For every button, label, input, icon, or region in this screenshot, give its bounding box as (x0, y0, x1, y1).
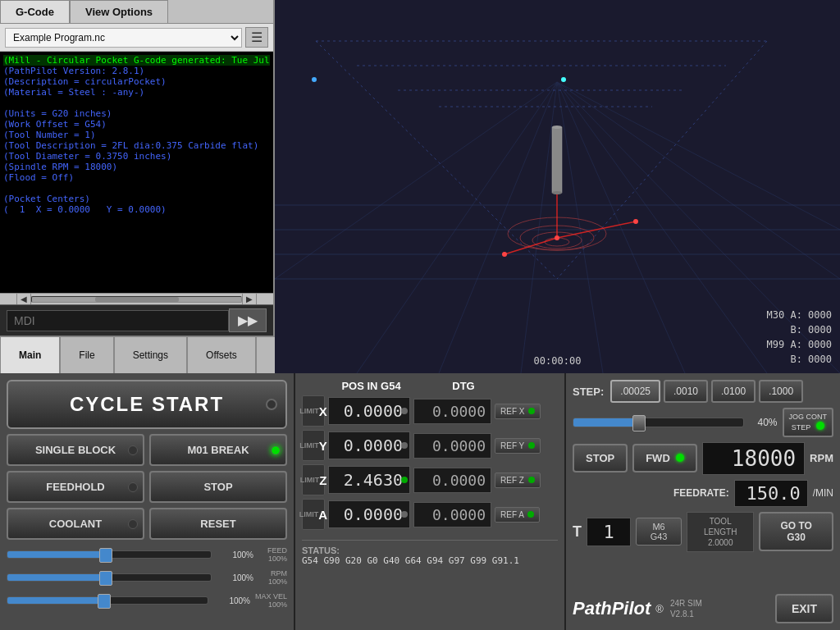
maxvel-slider-thumb[interactable] (98, 594, 111, 609)
jog-cont-led (816, 422, 824, 430)
t-label: T (573, 523, 582, 541)
tab-view-options[interactable]: View Options (70, 0, 168, 23)
spindle-rpm-display: 18000 (702, 442, 805, 475)
tab-bar: G-Code View Options (0, 0, 273, 24)
rpm-slider-track[interactable] (7, 573, 212, 582)
maxvel-slider-row: 100% MAX VEL100% (7, 592, 287, 609)
z-pos-dot (401, 477, 408, 483)
rpm-slider-thumb[interactable] (99, 571, 112, 586)
scroll-left-button[interactable]: ◀ (16, 293, 31, 305)
tab-offsets[interactable]: Offsets (187, 336, 256, 373)
feed-label: FEED100% (258, 546, 287, 563)
step-0100-button[interactable]: .0100 (711, 380, 756, 403)
step-label: STEP: (573, 386, 604, 398)
tab-file[interactable]: File (60, 336, 113, 373)
fwd-led (676, 454, 684, 462)
mdi-area: ▶▶ (0, 304, 273, 336)
mdi-input[interactable] (7, 310, 229, 331)
position-header: POS IN G54 DTG (302, 380, 558, 392)
gcode-line: (Tool Diameter = 0.3750 inches) (3, 151, 270, 162)
gcode-line: (Pocket Centers) (3, 194, 270, 204)
single-block-button[interactable]: SINGLE BLOCK (7, 434, 144, 466)
branding-row: PathPilot ® 24R SIM V2.8.1 EXIT (573, 594, 833, 623)
m99-b-display: B: 0000 (767, 352, 832, 367)
dtg-label: DTG (414, 380, 513, 392)
svg-point-35 (561, 77, 566, 82)
svg-point-34 (633, 219, 638, 224)
reset-label: RESET (200, 518, 235, 530)
rpm-label: RPM100% (258, 569, 287, 586)
3d-view: M30 A: 0000 B: 0000 M99 A: 0000 B: 0000 … (275, 0, 840, 373)
z-axis-label-box: LIMIT Z (302, 464, 325, 495)
tab-main[interactable]: Main (0, 336, 60, 373)
feed-slider-thumb[interactable] (99, 548, 112, 563)
a-pos-dot (401, 511, 408, 518)
tab-gcode[interactable]: G-Code (0, 0, 70, 23)
step-1000-button[interactable]: .1000 (759, 380, 803, 403)
pos-in-g54-label: POS IN G54 (328, 380, 414, 392)
m6-g43-button[interactable]: M6 G43 (636, 518, 682, 546)
status-section: STATUS: G54 G90 G20 G0 G40 G64 G94 G97 G… (302, 540, 558, 566)
jog-cont-step-button[interactable]: JOG CONTSTEP (783, 408, 834, 437)
x-position-display: 0.0000 (328, 397, 410, 425)
pathpilot-name: PathPilot (573, 598, 651, 619)
cycle-start-button[interactable]: CYCLE START (7, 380, 287, 429)
exit-button[interactable]: EXIT (775, 594, 833, 623)
z-ref-button[interactable]: REF Z (495, 472, 541, 488)
stop-button[interactable]: STOP (149, 471, 287, 503)
y-axis-row: LIMIT Y 0.0000 0.0000 REF Y (302, 430, 558, 461)
reset-button[interactable]: RESET (149, 508, 287, 540)
sim-version-info: 24R SIM V2.8.1 (670, 598, 702, 619)
spindle-fwd-button[interactable]: FWD (632, 444, 697, 472)
file-menu-button[interactable]: ☰ (245, 27, 268, 48)
x-ref-button[interactable]: REF X (495, 404, 541, 419)
horizontal-scrollbar[interactable]: ◀ ▶ (0, 293, 273, 304)
m30-a-display: M30 A: 0000 (767, 308, 832, 322)
scroll-track[interactable] (31, 296, 242, 303)
single-block-m01-row: SINGLE BLOCK M01 BREAK (7, 434, 287, 466)
controls-left-panel: CYCLE START SINGLE BLOCK M01 BREAK FEEDH… (0, 373, 295, 630)
single-block-led (128, 445, 138, 455)
gcode-line: ( 1 X = 0.0000 Y = 0.0000) (3, 204, 270, 215)
feedhold-button[interactable]: FEEDHOLD (7, 471, 144, 503)
svg-point-31 (312, 77, 317, 82)
file-select[interactable]: Example Program.nc (5, 28, 242, 48)
a-ref-button[interactable]: REF A (495, 507, 540, 523)
gcode-line: (PathPilot Version: 2.8.1) (3, 66, 270, 76)
gcode-display[interactable]: (Mill - Circular Pocket G-code generated… (0, 52, 273, 293)
scroll-right-button[interactable]: ▶ (242, 293, 257, 305)
feed-pct-label: 100% (217, 550, 253, 559)
go-to-g30-button[interactable]: GO TO G30 (759, 512, 833, 551)
feedrate-row: FEEDRATE: 150.0 /MIN (573, 480, 833, 507)
spindle-row: STOP FWD 18000 RPM (573, 442, 833, 475)
jog-slider-thumb[interactable] (632, 415, 646, 431)
m01-break-button[interactable]: M01 BREAK (149, 434, 287, 466)
rpm-slider-row: 100% RPM100% (7, 569, 287, 586)
feedhold-led (128, 482, 138, 492)
feed-slider-track[interactable] (7, 550, 212, 559)
coolant-button[interactable]: COOLANT (7, 508, 144, 540)
step-row: STEP: .00025 .0010 .0100 .1000 (573, 380, 833, 403)
pathpilot-logo: PathPilot ® (573, 598, 664, 619)
z-dtg-display: 0.0000 (413, 468, 491, 493)
z-position-display: 2.4630 (328, 466, 410, 494)
svg-point-25 (552, 126, 562, 129)
maxvel-slider-track[interactable] (7, 596, 208, 605)
y-ref-button[interactable]: REF Y (495, 438, 541, 454)
spindle-stop-button[interactable]: STOP (573, 444, 628, 472)
y-position-display: 0.0000 (328, 431, 410, 459)
position-panel: POS IN G54 DTG LIMIT X 0.0000 0.0000 REF… (295, 373, 566, 630)
step-0010-button[interactable]: .0010 (664, 380, 708, 403)
mdi-execute-button[interactable]: ▶▶ (229, 308, 267, 332)
step-00025-button[interactable]: .00025 (610, 380, 660, 403)
version-label: V2.8.1 (670, 609, 702, 619)
scroll-thumb[interactable] (95, 297, 179, 302)
a-position-display: 0.0000 (328, 500, 410, 528)
m30-b-display: B: 0000 (767, 322, 832, 337)
pathpilot-registered: ® (655, 603, 664, 615)
tab-settings[interactable]: Settings (114, 336, 187, 373)
y-axis-label-box: LIMIT Y (302, 430, 325, 461)
a-axis-label-box: LIMIT A (302, 499, 325, 530)
jog-slider-track[interactable] (573, 418, 744, 427)
coolant-led (128, 519, 138, 529)
